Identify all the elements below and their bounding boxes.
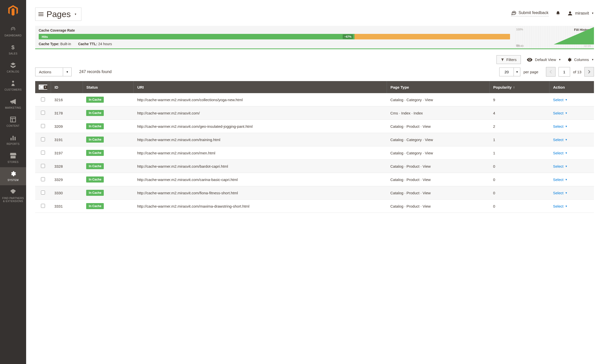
page-input[interactable]: [559, 67, 570, 77]
columns-dropdown[interactable]: Columns ▼: [567, 57, 594, 62]
nav-system[interactable]: SYSTEM: [0, 167, 26, 185]
cell-id: 3329: [51, 173, 83, 186]
row-checkbox[interactable]: [41, 124, 45, 128]
chevron-right-icon: [588, 70, 590, 74]
notifications-bell-icon[interactable]: [556, 11, 561, 16]
cell-popularity: 4: [489, 106, 549, 120]
submit-feedback-link[interactable]: Submit feedback: [511, 10, 548, 16]
row-checkbox[interactable]: [41, 177, 45, 181]
nav-sales[interactable]: $SALES: [0, 41, 26, 59]
per-page-input[interactable]: [499, 68, 514, 76]
row-checkbox[interactable]: [41, 191, 45, 195]
next-page-button[interactable]: [584, 67, 594, 77]
nav-dashboard[interactable]: DASHBOARD: [0, 23, 26, 41]
chevron-down-icon: ▼: [565, 98, 568, 101]
row-checkbox[interactable]: [41, 111, 45, 115]
cell-page-type: Catalog · Product · View: [387, 200, 490, 213]
hamburger-icon: [38, 12, 43, 17]
nav-catalog[interactable]: CATALOG: [0, 59, 26, 77]
status-badge: In Cache: [86, 190, 104, 196]
customers-icon: [10, 80, 17, 87]
page-title-dropdown[interactable]: Pages ▼: [35, 8, 81, 21]
status-badge: In Cache: [86, 176, 104, 183]
row-checkbox[interactable]: [41, 151, 45, 155]
svg-marker-14: [554, 27, 594, 44]
chevron-down-icon: ▼: [63, 68, 71, 76]
stores-icon: [10, 152, 17, 159]
select-action-dropdown[interactable]: Select ▼: [553, 164, 568, 168]
nav-label: SYSTEM: [8, 179, 19, 182]
th-popularity[interactable]: Popularity↑: [489, 81, 549, 93]
select-action-dropdown[interactable]: Select ▼: [553, 151, 568, 155]
pagination: ▼ per page of 13: [499, 67, 594, 77]
content-icon: [10, 116, 17, 123]
filters-button[interactable]: Filters: [496, 55, 521, 64]
cell-page-type: Catalog · Category · View: [387, 93, 490, 106]
prev-page-button[interactable]: [546, 67, 556, 77]
status-badge: In Cache: [86, 163, 104, 169]
nav-label: MARKETING: [5, 106, 21, 109]
th-status[interactable]: Status: [83, 81, 134, 93]
default-view-dropdown[interactable]: Default View ▼: [527, 57, 561, 62]
user-account-dropdown[interactable]: mirasvit ▼: [568, 11, 594, 16]
th-action[interactable]: Action: [549, 81, 594, 93]
status-badge: In Cache: [86, 150, 104, 156]
select-action-dropdown[interactable]: Select ▼: [553, 138, 568, 142]
fill-history-chart: Fill History 100% 0% 01:49 02:05: [514, 26, 594, 48]
actions-dropdown[interactable]: Actions ▼: [35, 68, 72, 76]
default-view-label: Default View: [535, 57, 556, 62]
select-all-checkbox[interactable]: [40, 85, 43, 89]
cell-popularity: 0: [489, 186, 549, 200]
cell-uri: http://cache-warmer.m2.mirasvit.com/: [134, 106, 387, 120]
chevron-down-icon: ▼: [565, 138, 568, 141]
table-row: 3328In Cachehttp://cache-warmer.m2.miras…: [35, 160, 594, 173]
nav-reports[interactable]: REPORTS: [0, 131, 26, 149]
cache-ttl-label: Cache TTL:: [78, 42, 97, 46]
eye-icon: [527, 58, 532, 62]
nav-content[interactable]: CONTENT: [0, 113, 26, 131]
select-action-dropdown[interactable]: Select ▼: [553, 98, 568, 102]
select-action-dropdown[interactable]: Select ▼: [553, 111, 568, 115]
magento-logo[interactable]: [6, 3, 21, 18]
svg-point-11: [514, 13, 514, 13]
status-badge: In Cache: [86, 137, 104, 143]
speech-bubble-icon: [511, 10, 517, 16]
svg-point-3: [12, 81, 14, 83]
hits-label: Hits: [42, 35, 48, 39]
select-action-dropdown[interactable]: Select ▼: [553, 124, 568, 129]
cell-page-type: Catalog · Category · View: [387, 146, 490, 160]
cell-page-type: Catalog · Category · View: [387, 133, 490, 146]
cell-id: 3197: [51, 146, 83, 160]
row-checkbox[interactable]: [41, 164, 45, 168]
svg-point-12: [515, 13, 515, 13]
marketing-icon: [10, 98, 17, 105]
filter-icon: [501, 58, 504, 62]
nav-marketing[interactable]: MARKETING: [0, 95, 26, 113]
nav-label: STORES: [8, 161, 19, 164]
th-id[interactable]: ID: [51, 81, 83, 93]
select-action-dropdown[interactable]: Select ▼: [553, 177, 568, 182]
select-action-dropdown[interactable]: Select ▼: [553, 191, 568, 195]
row-checkbox[interactable]: [41, 204, 45, 208]
per-page-select[interactable]: ▼: [499, 68, 520, 76]
th-uri[interactable]: URI: [134, 81, 387, 93]
cell-popularity: 2: [489, 120, 549, 133]
th-select-all[interactable]: ▼: [35, 81, 51, 93]
nav-partners[interactable]: FIND PARTNERS & EXTENSIONS: [0, 185, 26, 206]
th-page-type[interactable]: Page Type: [387, 81, 490, 93]
nav-customers[interactable]: CUSTOMERS: [0, 77, 26, 95]
nav-stores[interactable]: STORES: [0, 149, 26, 167]
cache-coverage-widget: Cache Coverage Rate Hits ~67% Cache Type…: [35, 26, 594, 49]
chevron-down-icon: ▼: [591, 58, 594, 61]
svg-point-13: [569, 11, 571, 13]
chevron-down-icon: ▼: [565, 192, 568, 194]
nav-label: SALES: [9, 52, 18, 55]
row-checkbox[interactable]: [41, 137, 45, 141]
cell-uri: http://cache-warmer.m2.mirasvit.com/cari…: [134, 173, 387, 186]
hits-percentage: ~67%: [343, 34, 353, 39]
row-checkbox[interactable]: [41, 97, 45, 101]
actions-label: Actions: [35, 68, 63, 76]
gear-icon: [567, 57, 572, 62]
select-action-dropdown[interactable]: Select ▼: [553, 204, 568, 208]
table-row: 3216In Cachehttp://cache-warmer.m2.miras…: [35, 93, 594, 106]
